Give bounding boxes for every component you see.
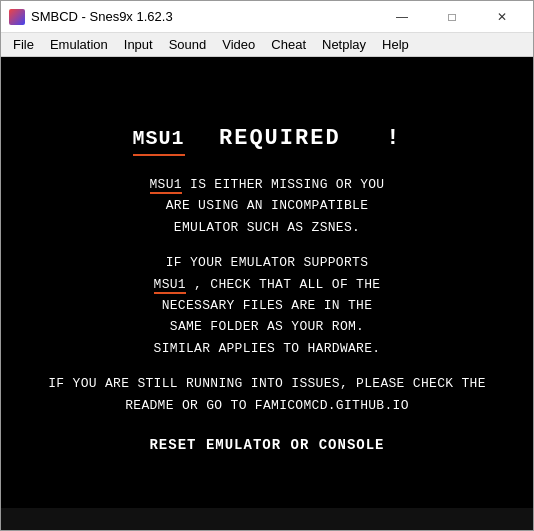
msu1-title-text: MSU1 xyxy=(133,127,185,150)
para1-text: IS EITHER MISSING OR YOUARE USING AN INC… xyxy=(166,177,385,235)
menu-item-netplay[interactable]: Netplay xyxy=(314,35,374,54)
bottom-black-bar xyxy=(1,508,533,530)
paragraph-3: IF YOU ARE STILL RUNNING INTO ISSUES, PL… xyxy=(22,373,512,416)
msu1-inline-2: MSU1 xyxy=(154,278,186,294)
menu-item-sound[interactable]: Sound xyxy=(161,35,215,54)
minimize-button[interactable]: — xyxy=(379,7,425,27)
menu-item-video[interactable]: Video xyxy=(214,35,263,54)
paragraph-1: MSU1 IS EITHER MISSING OR YOUARE USING A… xyxy=(22,174,512,238)
body-text: MSU1 IS EITHER MISSING OR YOUARE USING A… xyxy=(22,174,512,457)
para3-text: IF YOU ARE STILL RUNNING INTO ISSUES, PL… xyxy=(48,376,485,412)
paragraph-2: IF YOUR EMULATOR SUPPORTS MSU1 , CHECK T… xyxy=(22,252,512,359)
msu1-title-underline xyxy=(133,154,185,156)
reset-line: RESET EMULATOR OR CONSOLE xyxy=(22,434,512,457)
top-black-bar xyxy=(1,57,533,71)
game-screen: MSU1 REQUIRED ! MSU1 IS EITHER MISSING O… xyxy=(22,122,512,458)
game-area: MSU1 REQUIRED ! MSU1 IS EITHER MISSING O… xyxy=(1,57,533,530)
close-button[interactable]: ✕ xyxy=(479,7,525,27)
menu-item-help[interactable]: Help xyxy=(374,35,417,54)
msu1-inline-1: MSU1 xyxy=(150,178,182,194)
menu-item-emulation[interactable]: Emulation xyxy=(42,35,116,54)
maximize-button[interactable]: □ xyxy=(429,7,475,27)
game-content: MSU1 REQUIRED ! MSU1 IS EITHER MISSING O… xyxy=(1,71,533,508)
required-text: REQUIRED ! xyxy=(189,122,402,156)
title-bar: SMBCD - Snes9x 1.62.3 — □ ✕ xyxy=(1,1,533,33)
main-title: MSU1 REQUIRED ! xyxy=(22,122,512,156)
window: SMBCD - Snes9x 1.62.3 — □ ✕ FileEmulatio… xyxy=(0,0,534,531)
menu-item-file[interactable]: File xyxy=(5,35,42,54)
window-controls: — □ ✕ xyxy=(379,7,525,27)
menu-item-input[interactable]: Input xyxy=(116,35,161,54)
para2-text: , CHECK THAT ALL OF THENECESSARY FILES A… xyxy=(154,277,381,356)
menu-item-cheat[interactable]: Cheat xyxy=(263,35,314,54)
window-title: SMBCD - Snes9x 1.62.3 xyxy=(31,9,379,24)
msu1-title-logo: MSU1 xyxy=(133,122,185,156)
app-icon xyxy=(9,9,25,25)
menu-bar: FileEmulationInputSoundVideoCheatNetplay… xyxy=(1,33,533,57)
